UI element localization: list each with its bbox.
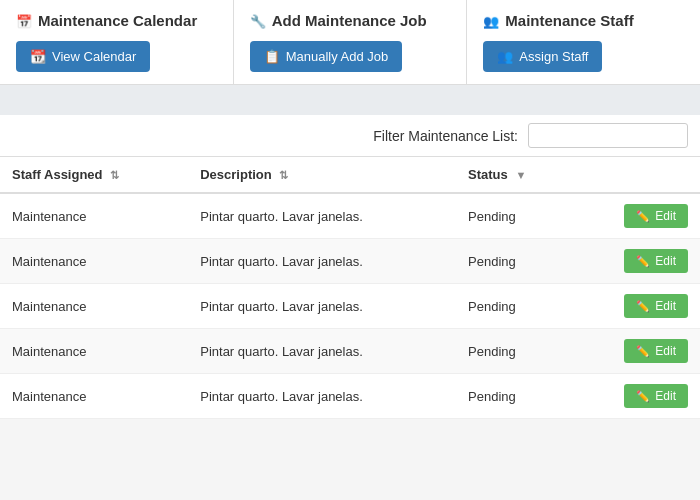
calendar-title-text: Maintenance Calendar [38, 12, 197, 29]
edit-label: Edit [655, 389, 676, 403]
cell-action: Edit [574, 284, 700, 329]
col-header-description[interactable]: Description ⇅ [188, 157, 456, 193]
col-header-status[interactable]: Status ▼ [456, 157, 574, 193]
cell-staff: Maintenance [0, 329, 188, 374]
cell-status: Pending [456, 193, 574, 239]
card-title-add-job: Add Maintenance Job [250, 12, 451, 29]
add-maintenance-job-card: Add Maintenance Job Manually Add Job [234, 0, 468, 84]
col-label-staff: Staff Assigned [12, 167, 103, 182]
cell-description: Pintar quarto. Lavar janelas. [188, 374, 456, 419]
edit-button[interactable]: Edit [624, 249, 688, 273]
edit-button[interactable]: Edit [624, 339, 688, 363]
cell-status: Pending [456, 329, 574, 374]
staff-title-text: Maintenance Staff [505, 12, 633, 29]
calendar-icon [16, 12, 32, 29]
cell-action: Edit [574, 329, 700, 374]
view-calendar-icon [30, 49, 46, 64]
col-label-status: Status [468, 167, 508, 182]
filter-row: Filter Maintenance List: [0, 115, 700, 157]
cell-staff: Maintenance [0, 374, 188, 419]
table-row: MaintenancePintar quarto. Lavar janelas.… [0, 193, 700, 239]
col-label-description: Description [200, 167, 272, 182]
assign-staff-button[interactable]: Assign Staff [483, 41, 602, 72]
edit-icon [636, 299, 650, 313]
card-title-calendar: Maintenance Calendar [16, 12, 217, 29]
edit-icon [636, 209, 650, 223]
table-row: MaintenancePintar quarto. Lavar janelas.… [0, 374, 700, 419]
edit-button[interactable]: Edit [624, 204, 688, 228]
edit-button[interactable]: Edit [624, 294, 688, 318]
cell-status: Pending [456, 374, 574, 419]
edit-label: Edit [655, 209, 676, 223]
view-calendar-button[interactable]: View Calendar [16, 41, 150, 72]
cell-status: Pending [456, 239, 574, 284]
staff-icon [483, 12, 499, 29]
edit-button[interactable]: Edit [624, 384, 688, 408]
maintenance-table: Staff Assigned ⇅ Description ⇅ Status ▼ … [0, 157, 700, 419]
assign-staff-icon [497, 49, 513, 64]
table-row: MaintenancePintar quarto. Lavar janelas.… [0, 239, 700, 284]
cell-description: Pintar quarto. Lavar janelas. [188, 284, 456, 329]
manually-add-job-button[interactable]: Manually Add Job [250, 41, 403, 72]
cell-description: Pintar quarto. Lavar janelas. [188, 239, 456, 284]
cell-action: Edit [574, 193, 700, 239]
table-header: Staff Assigned ⇅ Description ⇅ Status ▼ [0, 157, 700, 193]
edit-icon [636, 254, 650, 268]
col-header-staff[interactable]: Staff Assigned ⇅ [0, 157, 188, 193]
maintenance-calendar-card: Maintenance Calendar View Calendar [0, 0, 234, 84]
top-cards-section: Maintenance Calendar View Calendar Add M… [0, 0, 700, 85]
assign-staff-label: Assign Staff [519, 49, 588, 64]
spacer [0, 85, 700, 115]
cell-description: Pintar quarto. Lavar janelas. [188, 193, 456, 239]
sort-icon-description: ⇅ [279, 169, 288, 182]
cell-action: Edit [574, 374, 700, 419]
sort-icon-staff: ⇅ [110, 169, 119, 182]
cell-description: Pintar quarto. Lavar janelas. [188, 329, 456, 374]
cell-staff: Maintenance [0, 239, 188, 284]
wrench-icon [250, 12, 266, 29]
cell-staff: Maintenance [0, 193, 188, 239]
cell-status: Pending [456, 284, 574, 329]
col-header-actions [574, 157, 700, 193]
cell-action: Edit [574, 239, 700, 284]
filter-label: Filter Maintenance List: [373, 128, 518, 144]
card-title-staff: Maintenance Staff [483, 12, 684, 29]
sort-icon-status: ▼ [515, 169, 526, 181]
table-row: MaintenancePintar quarto. Lavar janelas.… [0, 329, 700, 374]
cell-staff: Maintenance [0, 284, 188, 329]
filter-input[interactable] [528, 123, 688, 148]
add-job-title-text: Add Maintenance Job [272, 12, 427, 29]
edit-icon [636, 344, 650, 358]
manually-add-job-label: Manually Add Job [286, 49, 389, 64]
edit-label: Edit [655, 299, 676, 313]
edit-icon [636, 389, 650, 403]
maintenance-staff-card: Maintenance Staff Assign Staff [467, 0, 700, 84]
table-body: MaintenancePintar quarto. Lavar janelas.… [0, 193, 700, 419]
edit-label: Edit [655, 254, 676, 268]
table-row: MaintenancePintar quarto. Lavar janelas.… [0, 284, 700, 329]
add-job-icon [264, 49, 280, 64]
view-calendar-label: View Calendar [52, 49, 136, 64]
edit-label: Edit [655, 344, 676, 358]
